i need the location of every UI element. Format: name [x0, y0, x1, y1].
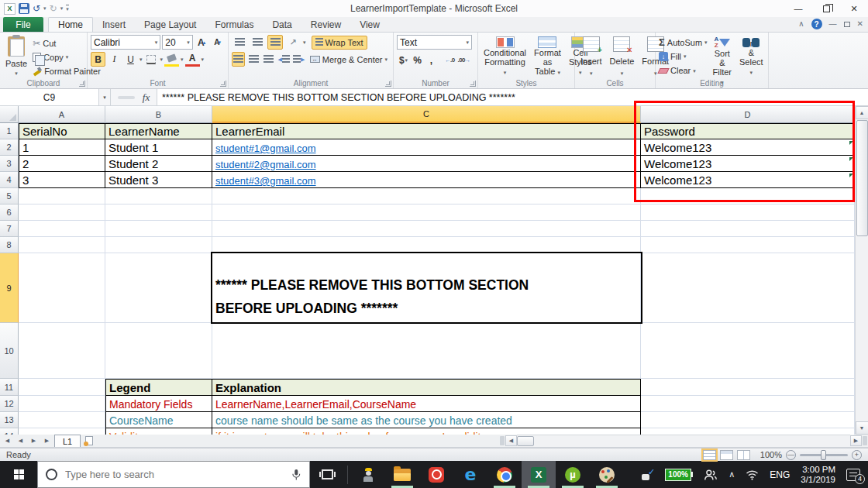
underline-button[interactable]: U	[123, 52, 138, 67]
taskbar-app-excel[interactable]: X	[522, 461, 556, 488]
clipboard-dialog-launcher[interactable]	[79, 81, 85, 87]
sort-filter-button[interactable]: AZ Sort &Filter ▾	[711, 35, 734, 77]
row-header-2[interactable]: 2	[0, 139, 19, 156]
cell-C9-active[interactable]: ****** PLEASE REMOVE THIS BOTTOM SECTION…	[212, 253, 641, 323]
column-header-a[interactable]: A	[19, 106, 105, 123]
orientation-button[interactable]: ↗	[285, 35, 301, 50]
search-input[interactable]	[65, 469, 283, 480]
cell-B7[interactable]	[105, 221, 212, 237]
cell-C11[interactable]: Explanation	[212, 379, 641, 396]
hidden-icons-chevron[interactable]: ∧	[728, 469, 735, 479]
fill-dropdown-icon[interactable]: ▾	[684, 53, 687, 59]
cell-B3[interactable]: Student 2	[105, 156, 212, 172]
clear-dropdown-icon[interactable]: ▾	[693, 68, 696, 74]
row-header-3[interactable]: 3	[0, 156, 19, 172]
column-header-d[interactable]: D	[641, 106, 855, 123]
align-left-button[interactable]	[232, 52, 245, 67]
restore-button[interactable]	[812, 0, 840, 17]
cell-D2[interactable]: Welcome123	[641, 139, 855, 156]
cell-B6[interactable]	[105, 204, 212, 221]
cell-B5[interactable]	[105, 188, 212, 204]
borders-button[interactable]	[144, 52, 159, 67]
number-dialog-launcher[interactable]	[470, 81, 476, 87]
cell-C10[interactable]	[212, 323, 641, 379]
page-layout-view-button[interactable]	[720, 450, 733, 460]
vertical-scrollbar[interactable]: ▲ ▼	[855, 106, 868, 435]
accounting-format-button[interactable]: $▾	[397, 53, 410, 67]
cell-B11[interactable]: Legend	[105, 379, 212, 396]
taskbar-app-chrome[interactable]	[487, 461, 522, 488]
find-select-button[interactable]: Find &Select ▾	[737, 35, 766, 77]
decrease-decimal-button[interactable]: .00→	[457, 53, 470, 67]
cell-C5[interactable]	[212, 188, 641, 204]
tab-data[interactable]: Data	[263, 17, 301, 32]
accounting-dropdown-icon[interactable]: ▾	[405, 57, 408, 63]
prev-sheet-icon[interactable]: ◀	[15, 438, 26, 444]
cell-B10[interactable]	[105, 323, 212, 379]
cell-D11[interactable]	[641, 379, 855, 396]
font-color-dropdown-icon[interactable]: ▾	[202, 57, 205, 62]
collapse-ribbon-icon[interactable]: ∧	[798, 20, 804, 28]
insert-cells-dropdown-icon[interactable]: ▾	[590, 70, 593, 76]
hscroll-left-icon[interactable]: ◀	[505, 435, 517, 446]
row-header-12[interactable]: 12	[0, 396, 19, 412]
grow-font-button[interactable]: A▴	[195, 35, 209, 50]
hscroll-right-icon[interactable]: ▶	[850, 435, 862, 446]
taskbar-app-epm[interactable]	[351, 461, 385, 488]
orientation-dropdown-icon[interactable]: ▾	[303, 40, 306, 45]
fill-color-button[interactable]	[164, 52, 179, 67]
cell-D10[interactable]	[641, 323, 855, 379]
row-header-10[interactable]: 10	[0, 323, 19, 379]
row-header-13[interactable]: 13	[0, 412, 19, 428]
row-header-5[interactable]: 5	[0, 188, 19, 204]
taskbar-app-edge[interactable]: e	[453, 461, 487, 488]
taskbar-app-paint[interactable]	[590, 461, 624, 488]
row-header-6[interactable]: 6	[0, 204, 19, 221]
people-icon[interactable]	[704, 469, 718, 481]
cell-A8[interactable]	[19, 237, 105, 253]
cell-A1[interactable]: SerialNo	[19, 123, 105, 139]
select-all-corner[interactable]	[0, 106, 19, 123]
paste-button[interactable]: Paste ▾	[3, 35, 29, 77]
tab-view[interactable]: View	[350, 17, 389, 32]
insert-cells-button[interactable]: + Insert ▾	[578, 35, 604, 77]
bold-button[interactable]: B	[91, 52, 105, 67]
cell-D8[interactable]	[641, 237, 855, 253]
alignment-dialog-launcher[interactable]	[385, 81, 391, 87]
name-box[interactable]: C9	[0, 89, 99, 105]
conditional-formatting-button[interactable]: ConditionalFormatting ▾	[481, 35, 529, 77]
row-header-4[interactable]: 4	[0, 172, 19, 188]
battery-indicator[interactable]: 100%	[665, 469, 693, 481]
borders-dropdown-icon[interactable]: ▾	[160, 57, 164, 62]
workbook-minimize-icon[interactable]: —	[829, 20, 837, 28]
help-icon[interactable]: ?	[811, 19, 822, 29]
tab-file[interactable]: File	[3, 17, 43, 32]
fill-button[interactable]: ↓Fill▾	[659, 50, 708, 63]
name-box-dropdown-icon[interactable]: ▾	[99, 89, 111, 105]
cell-D6[interactable]	[641, 204, 855, 221]
cell-C1[interactable]: LearnerEmail	[212, 123, 641, 139]
font-size-select[interactable]: 20▾	[162, 35, 192, 50]
cell-A13[interactable]	[19, 412, 105, 428]
cell-C3[interactable]: student#2@gmail.com	[212, 156, 641, 172]
horizontal-scrollbar[interactable]	[517, 435, 850, 447]
vertical-scroll-thumb[interactable]	[856, 120, 868, 236]
tab-home[interactable]: Home	[48, 17, 93, 32]
email-link[interactable]: student#2@gmail.com	[215, 159, 316, 170]
last-sheet-icon[interactable]: ▶	[41, 438, 53, 444]
align-top-button[interactable]	[232, 35, 247, 50]
cell-A11[interactable]	[19, 379, 105, 396]
row-header-1[interactable]: 1	[0, 123, 19, 139]
cell-B13[interactable]: CourseName	[105, 412, 212, 428]
cell-C14[interactable]: if it is empty, we will take this value …	[212, 428, 641, 435]
minimize-button[interactable]: —	[784, 0, 812, 17]
taskbar-app-file-explorer[interactable]	[385, 461, 419, 488]
scrollbar-end-handle[interactable]	[863, 436, 867, 445]
cell-D5[interactable]	[641, 188, 855, 204]
cell-B12[interactable]: Mandatory Fields	[105, 396, 212, 412]
clock[interactable]: 3:00 PM3/1/2019	[801, 465, 835, 485]
column-header-c[interactable]: C	[212, 106, 641, 123]
cell-B14[interactable]: Validity	[105, 428, 212, 435]
align-bottom-button[interactable]	[267, 35, 283, 50]
wifi-icon[interactable]	[746, 469, 759, 480]
